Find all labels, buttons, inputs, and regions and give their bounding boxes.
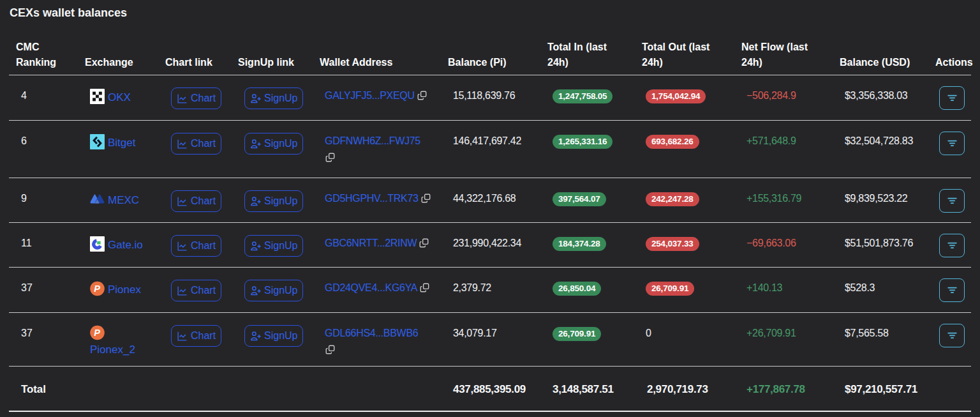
svg-text:P: P [94, 328, 100, 338]
svg-text:P: P [94, 284, 100, 294]
